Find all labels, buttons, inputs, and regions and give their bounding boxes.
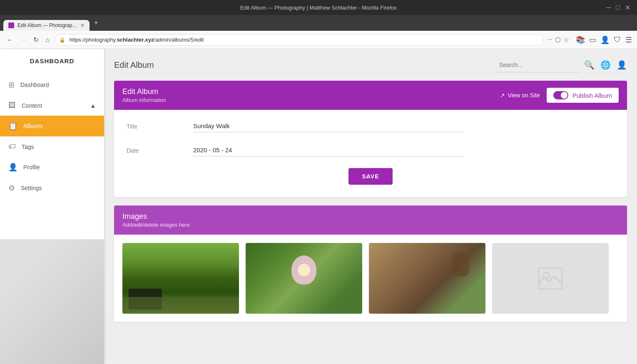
title-label: Title xyxy=(127,120,193,130)
home-btn[interactable]: ⌂ xyxy=(44,35,51,45)
menu-icon[interactable]: ☰ xyxy=(625,35,632,45)
sidebar: DASHBOARD ⊞ Dashboard 🖼 Content ▲ 📋 Albu… xyxy=(0,49,104,364)
images-grid xyxy=(114,235,627,322)
view-on-site-label: View on Site xyxy=(508,92,540,99)
browser-tabbar: Edit Album — Photograp… ✕ + xyxy=(0,15,637,31)
image-thumbnail-flower[interactable] xyxy=(246,243,362,314)
image-placeholder-icon xyxy=(538,267,563,290)
albums-icon: 📋 xyxy=(8,121,17,131)
pocket-icon[interactable]: ⬡ xyxy=(555,36,561,44)
edit-album-card: Edit Album Album information ↗ View on S… xyxy=(114,81,627,197)
browser-addressbar: ← → ↻ ⌂ 🔒 https://photography.schlachter… xyxy=(0,31,637,49)
sidebar-item-label: Settings xyxy=(21,185,42,191)
content-icon: 🖼 xyxy=(8,101,16,110)
view-on-site-btn[interactable]: ↗ View on Site xyxy=(500,92,540,99)
reload-btn[interactable]: ↻ xyxy=(32,34,40,45)
header-icons: 🔍 🌐 👤 xyxy=(584,60,627,70)
sidebar-item-content[interactable]: 🖼 Content ▲ xyxy=(0,95,104,116)
settings-icon: ⚙ xyxy=(8,183,15,193)
publish-album-btn[interactable]: Publish Album xyxy=(547,88,619,103)
sidebar-item-tags[interactable]: 🏷 Tags xyxy=(0,136,104,157)
save-button[interactable]: SAVE xyxy=(348,168,392,185)
search-input[interactable] xyxy=(496,57,579,72)
sidebar-item-label: Content xyxy=(22,102,42,109)
sidebar-item-label: Tags xyxy=(22,144,34,150)
image-placeholder[interactable] xyxy=(492,243,609,314)
tags-icon: 🏷 xyxy=(8,142,16,151)
sidebar-item-label: Profile xyxy=(23,164,40,171)
date-input[interactable] xyxy=(193,144,464,156)
title-input[interactable] xyxy=(193,120,464,132)
window-controls[interactable]: ─ □ ✕ xyxy=(606,4,630,12)
new-tab-btn[interactable]: + xyxy=(90,17,102,29)
more-btn[interactable]: ··· xyxy=(547,36,552,44)
main-content: Edit Album 🔍 🌐 👤 Edit Album Album inform… xyxy=(104,49,637,364)
account-icon[interactable]: 👤 xyxy=(600,35,610,45)
profile-icon: 👤 xyxy=(8,163,17,172)
publish-toggle[interactable] xyxy=(553,91,568,99)
address-url: https://photography.schlachter.xyz/admin… xyxy=(70,37,204,43)
chevron-up-icon: ▲ xyxy=(90,102,96,109)
bookmark-icon[interactable]: ☆ xyxy=(563,36,569,44)
page-header: Edit Album 🔍 🌐 👤 xyxy=(114,57,627,72)
browser-title: Edit Album — Photography | Matthew Schla… xyxy=(240,5,397,11)
lock-icon: 🔒 xyxy=(59,37,65,43)
library-icon[interactable]: 📚 xyxy=(576,35,585,45)
sidebar-icon[interactable]: ▭ xyxy=(589,35,596,45)
image-thumbnail-bird[interactable] xyxy=(122,243,239,314)
page-title: Edit Album xyxy=(114,60,496,70)
sidebar-item-label: Albums xyxy=(23,123,43,129)
dashboard-icon: ⊞ xyxy=(8,80,15,89)
images-card: Images Add/edit/delete images here xyxy=(114,206,627,322)
images-section-title: Images xyxy=(122,212,619,221)
svg-rect-0 xyxy=(539,268,562,289)
address-bar[interactable]: 🔒 https://photography.schlachter.xyz/adm… xyxy=(55,34,544,46)
forward-btn[interactable]: → xyxy=(18,35,28,45)
card-header-left: Edit Album Album information xyxy=(122,87,166,103)
edit-album-card-body: Title Date SAVE xyxy=(114,110,627,197)
publish-album-label: Publish Album xyxy=(572,92,612,99)
card-header-subtitle: Album information xyxy=(122,97,166,103)
external-link-icon: ↗ xyxy=(500,92,505,99)
image-thumbnail-squirrel[interactable] xyxy=(369,243,485,314)
active-tab[interactable]: Edit Album — Photograp… ✕ xyxy=(3,20,90,31)
address-right-icons: ··· ⬡ ☆ xyxy=(547,36,569,44)
extension-icon[interactable]: 🛡 xyxy=(614,35,621,44)
browser-titlebar: Edit Album — Photography | Matthew Schla… xyxy=(0,0,637,15)
tab-close-btn[interactable]: ✕ xyxy=(80,22,85,28)
search-icon-btn[interactable]: 🔍 xyxy=(584,60,595,70)
sidebar-item-albums[interactable]: 📋 Albums xyxy=(0,116,104,136)
app-container: DASHBOARD ⊞ Dashboard 🖼 Content ▲ 📋 Albu… xyxy=(0,49,637,364)
minimize-btn[interactable]: ─ xyxy=(606,4,611,12)
images-section-subtitle: Add/edit/delete images here xyxy=(122,222,619,228)
tab-label: Edit Album — Photograp… xyxy=(17,22,77,28)
browser-right-icons: 📚 ▭ 👤 🛡 ☰ xyxy=(572,35,632,45)
back-btn[interactable]: ← xyxy=(5,35,15,45)
card-header-title: Edit Album xyxy=(122,87,166,96)
sidebar-background xyxy=(0,239,104,364)
edit-album-card-header: Edit Album Album information ↗ View on S… xyxy=(114,81,627,110)
sidebar-item-profile[interactable]: 👤 Profile xyxy=(0,157,104,178)
date-field: Date xyxy=(127,144,615,156)
images-card-header: Images Add/edit/delete images here xyxy=(114,206,627,235)
sidebar-title: DASHBOARD xyxy=(0,57,104,64)
date-label: Date xyxy=(127,144,193,154)
card-header-actions: ↗ View on Site Publish Album xyxy=(500,88,619,103)
account-icon-btn[interactable]: 👤 xyxy=(617,60,627,70)
sidebar-content: DASHBOARD ⊞ Dashboard 🖼 Content ▲ 📋 Albu… xyxy=(0,57,104,198)
sidebar-item-label: Dashboard xyxy=(20,82,49,88)
sidebar-item-dashboard[interactable]: ⊞ Dashboard xyxy=(0,74,104,95)
sidebar-item-settings[interactable]: ⚙ Settings xyxy=(0,178,104,198)
maximize-btn[interactable]: □ xyxy=(616,4,620,12)
close-btn[interactable]: ✕ xyxy=(625,4,630,12)
title-field: Title xyxy=(127,120,615,132)
tab-favicon xyxy=(8,22,14,28)
globe-icon-btn[interactable]: 🌐 xyxy=(600,60,611,70)
